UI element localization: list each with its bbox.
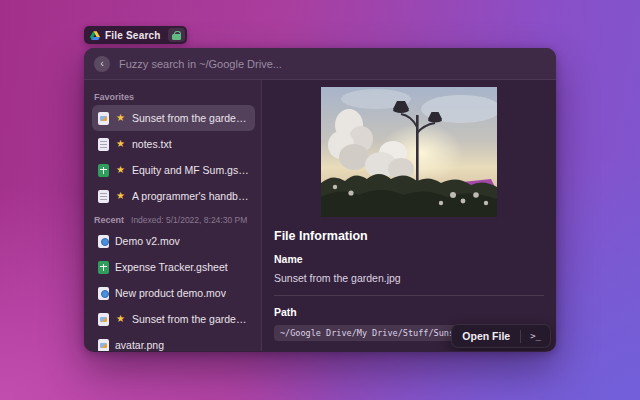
list-item[interactable]: ★A programmer's handbook.p... [92, 183, 255, 209]
star-icon: ★ [115, 113, 126, 123]
file-preview-image [321, 87, 497, 217]
image-file-icon [98, 112, 109, 125]
list-item[interactable]: Expense Tracker.gsheet [92, 254, 255, 280]
star-icon: ★ [115, 191, 126, 201]
list-item[interactable]: New product demo.mov [92, 280, 255, 306]
file-name: Demo v2.mov [115, 235, 180, 247]
gsheet-file-icon [98, 164, 109, 177]
movie-file-icon [98, 235, 109, 248]
chevron-left-icon: ‹ [100, 58, 104, 69]
file-name: Expense Tracker.gsheet [115, 261, 228, 273]
file-name: New product demo.mov [115, 287, 226, 299]
field-divider [274, 295, 544, 296]
file-name: Equity and MF Sum.gsheet [132, 164, 249, 176]
file-name: Sunset from the garden.jpg [132, 313, 249, 325]
field-label: Path [274, 306, 544, 318]
list-item[interactable]: Demo v2.mov [92, 228, 255, 254]
search-input[interactable] [119, 58, 546, 70]
file-name: A programmer's handbook.p... [132, 190, 249, 202]
list-item[interactable]: ★Sunset from the garden.jpg [92, 105, 255, 131]
image-file-icon [98, 313, 109, 326]
file-name: avatar.png [115, 339, 164, 351]
details-heading: File Information [274, 229, 544, 243]
text-file-icon [98, 138, 109, 151]
section-label: Favorites [94, 92, 134, 102]
sidebar-sections: Favorites★Sunset from the garden.jpg★not… [84, 80, 262, 351]
list-item[interactable]: ★Equity and MF Sum.gsheet [92, 157, 255, 183]
star-icon: ★ [115, 165, 126, 175]
file-name: notes.txt [132, 138, 172, 150]
section-header: Favorites [94, 92, 253, 102]
section-label: Recent [94, 215, 124, 225]
window-header: ‹ [84, 48, 556, 80]
file-search-window: ‹ Favorites★Sunset from the garden.jpg★n… [84, 48, 556, 352]
text-file-icon [98, 190, 109, 203]
open-file-label: Open File [452, 325, 520, 347]
gsheet-file-icon [98, 261, 109, 274]
list-item[interactable]: ★notes.txt [92, 131, 255, 157]
window-body: Favorites★Sunset from the garden.jpg★not… [84, 80, 556, 351]
movie-file-icon [98, 287, 109, 300]
list-item[interactable]: avatar.png [92, 332, 255, 351]
star-icon: ★ [115, 314, 126, 324]
app-badge-label: File Search [105, 30, 161, 41]
star-icon: ★ [115, 139, 126, 149]
section-header: RecentIndexed: 5/1/2022, 8:24:30 PM [94, 215, 253, 225]
section-index-meta: Indexed: 5/1/2022, 8:24:30 PM [131, 215, 247, 225]
open-file-button[interactable]: Open File >_ [451, 324, 551, 348]
back-button[interactable]: ‹ [94, 56, 110, 72]
google-drive-icon [90, 31, 100, 40]
app-badge-main: File Search [84, 30, 168, 41]
badge-lock-segment [168, 28, 185, 42]
app-badge[interactable]: File Search [84, 26, 187, 44]
file-name: Sunset from the garden.jpg [132, 112, 249, 124]
field-label: Name [274, 253, 544, 265]
list-item[interactable]: ★Sunset from the garden.jpg [92, 306, 255, 332]
terminal-icon: >_ [521, 326, 550, 346]
field-value: Sunset from the garden.jpg [274, 272, 544, 284]
file-details-panel: File Information NameSunset from the gar… [262, 80, 556, 351]
lock-icon [172, 31, 181, 40]
image-file-icon [98, 339, 109, 352]
